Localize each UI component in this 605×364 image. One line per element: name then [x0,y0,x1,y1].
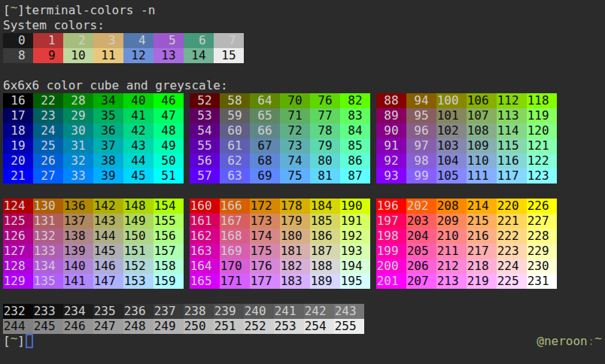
color-cell-172: 172 [250,199,280,214]
color-cell-43: 43 [123,138,154,153]
cube-title-text: 6x6x6 color cube and greyscale: [3,78,228,93]
color-cell-54: 54 [190,123,220,138]
color-cell-204: 204 [406,229,436,244]
color-cell-186: 186 [310,229,340,244]
cube-group2-row-0: 124 130 136 142 148 154 160 166 172 178 … [3,199,602,214]
color-cell-171: 171 [220,274,250,289]
color-cell-142: 142 [93,199,123,214]
color-cell-197: 197 [376,214,406,229]
color-cell-124: 124 [3,199,33,214]
block-gap [184,199,190,214]
color-cell-223: 223 [497,244,527,259]
color-cell-133: 133 [33,244,63,259]
color-cell-73: 73 [280,138,310,153]
block-gap [184,274,190,289]
color-cell-217: 217 [467,244,497,259]
block-gap [370,259,376,274]
color-cell-168: 168 [220,229,250,244]
color-cell-236: 236 [123,304,154,319]
color-cell-76: 76 [310,93,340,108]
color-cell-22: 22 [33,93,63,108]
color-cell-230: 230 [527,259,557,274]
color-cell-15: 15 [214,48,244,63]
color-cell-21: 21 [3,168,33,184]
color-cell-234: 234 [63,304,93,319]
color-cell-154: 154 [154,199,184,214]
color-cell-199: 199 [376,244,406,259]
color-cell-225: 225 [497,274,527,289]
color-cell-27: 27 [33,168,63,184]
block-gap [370,199,376,214]
block-gap [184,108,190,123]
color-cell-247: 247 [93,319,123,334]
color-cell-83: 83 [340,108,370,123]
cube-group2-row-1: 125 131 137 143 149 155 161 167 173 179 … [3,214,602,229]
color-cell-239: 239 [214,304,244,319]
color-cell-61: 61 [220,138,250,153]
color-cell-212: 212 [436,259,467,274]
prompt-bracket-open: [ [3,334,11,349]
color-cell-44: 44 [123,153,154,168]
color-cell-109: 109 [467,138,497,153]
color-cell-222: 222 [497,229,527,244]
color-cell-75: 75 [280,168,310,184]
terminal-cursor [26,334,33,348]
right-prompt-colon: : [588,334,595,348]
system-colors-title-text: System colors: [3,18,105,33]
color-cell-121: 121 [527,138,557,153]
color-cell-34: 34 [93,93,123,108]
command-line-top: [~]terminal-colors -n [3,3,602,18]
color-cell-30: 30 [63,123,93,138]
color-cell-152: 152 [123,259,154,274]
color-cell-203: 203 [406,214,436,229]
color-cell-63: 63 [220,168,250,184]
block-gap [370,153,376,168]
color-cell-84: 84 [340,123,370,138]
color-cell-229: 229 [527,244,557,259]
color-cell-8: 8 [3,48,33,63]
color-cell-241: 241 [274,304,304,319]
color-cell-51: 51 [154,168,184,184]
color-cell-205: 205 [406,244,436,259]
color-cell-255: 255 [334,319,364,334]
color-cell-19: 19 [3,138,33,153]
color-cell-41: 41 [123,108,154,123]
color-cell-162: 162 [190,229,220,244]
color-cell-48: 48 [154,123,184,138]
color-cell-31: 31 [63,138,93,153]
color-cell-219: 219 [467,274,497,289]
color-cell-155: 155 [154,214,184,229]
color-cell-130: 130 [33,199,63,214]
color-cell-70: 70 [280,93,310,108]
color-cell-251: 251 [214,319,244,334]
color-cell-97: 97 [406,138,436,153]
color-cell-193: 193 [340,244,370,259]
color-cell-151: 151 [123,244,154,259]
color-cell-72: 72 [280,123,310,138]
cube-group2-row-3: 127 133 139 145 151 157 163 169 175 181 … [3,244,602,259]
block-gap [370,214,376,229]
block-gap [370,244,376,259]
color-cell-183: 183 [280,274,310,289]
color-cell-59: 59 [220,108,250,123]
color-cell-125: 125 [3,214,33,229]
color-cell-4: 4 [123,33,154,48]
color-cell-244: 244 [3,319,33,334]
color-cell-202: 202 [406,199,436,214]
color-cell-2: 2 [63,33,93,48]
color-cell-208: 208 [436,199,467,214]
terminal-window[interactable]: [~]terminal-colors -n System colors: 0 1… [0,0,605,364]
prompt-path-tilde: ~ [11,331,18,346]
color-cell-215: 215 [467,214,497,229]
color-cell-240: 240 [244,304,274,319]
color-cell-149: 149 [123,214,154,229]
color-cell-147: 147 [93,274,123,289]
color-cell-167: 167 [220,214,250,229]
color-cell-136: 136 [63,199,93,214]
color-cell-26: 26 [33,153,63,168]
color-cell-36: 36 [93,123,123,138]
color-cell-164: 164 [190,259,220,274]
color-cell-56: 56 [190,153,220,168]
cube-group1-row-5: 21 27 33 39 45 51 57 63 69 75 81 87 93 9… [3,168,602,184]
color-cell-35: 35 [93,108,123,123]
